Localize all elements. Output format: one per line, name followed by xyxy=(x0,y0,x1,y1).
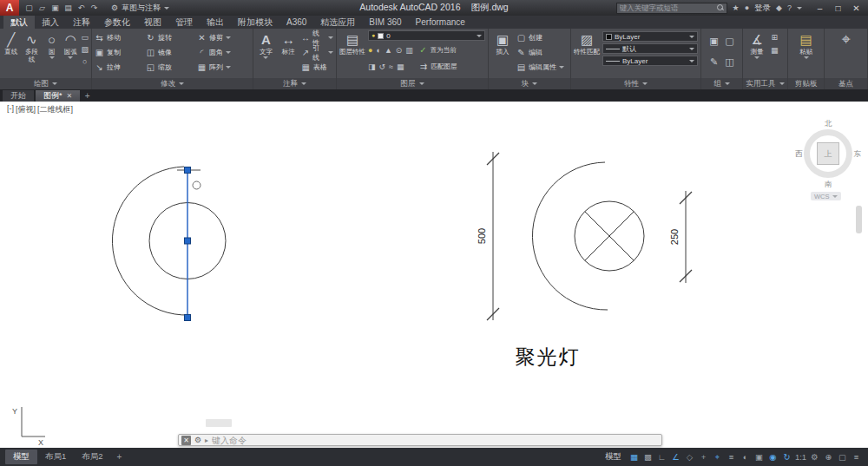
infocenter-search[interactable] xyxy=(616,3,727,14)
visual-style-control[interactable]: [二维线框] xyxy=(37,104,73,115)
linetype-dropdown[interactable]: ByLayer xyxy=(602,56,698,66)
layout-tab-model[interactable]: 模型 xyxy=(5,450,37,464)
drawing-area[interactable]: 500 250 聚光灯 Y X [-] [俯视] [二维线框] 北 西 上 xyxy=(0,102,868,448)
panel-label-draw[interactable]: 绘图 xyxy=(0,78,91,89)
close-icon[interactable]: ✕ xyxy=(181,436,191,445)
viewcube[interactable]: 北 西 上 东 南 WCS xyxy=(800,117,856,200)
dimension-text-500[interactable]: 500 xyxy=(477,228,487,244)
otrack-icon[interactable]: + xyxy=(697,450,710,464)
viewport-menu-control[interactable]: [-] xyxy=(7,104,14,115)
panel-label-annotation[interactable]: 注释 xyxy=(253,78,336,89)
undo-icon[interactable]: ↶ xyxy=(76,1,87,15)
layout-tab-layout2[interactable]: 布局2 xyxy=(74,450,110,464)
new-layout-button[interactable]: + xyxy=(114,452,126,462)
arc-tool[interactable]: ◠ 圆弧 xyxy=(62,30,79,78)
mirror-tool[interactable]: ◫镜像 xyxy=(146,45,197,60)
circle-tool[interactable]: ○ 圆 xyxy=(43,30,60,78)
search-icon[interactable] xyxy=(717,4,724,11)
viewcube-north[interactable]: 北 xyxy=(825,119,832,129)
panel-label-layers[interactable]: 图层 xyxy=(337,78,488,89)
sign-in-button[interactable]: 登录 xyxy=(754,3,771,14)
panel-label-block[interactable]: 块 xyxy=(489,78,570,89)
match-properties-tool[interactable]: ▨ 特性匹配 xyxy=(574,30,600,78)
leader-tool[interactable]: ↗引线 xyxy=(301,45,333,60)
grid-icon[interactable]: ▦ xyxy=(628,450,641,464)
tab-parametric[interactable]: 参数化 xyxy=(97,16,137,29)
measure-tool[interactable]: ∡ 测量 xyxy=(746,30,768,78)
table-tool[interactable]: ▦表格 xyxy=(301,60,333,75)
drawing-canvas[interactable]: 500 250 聚光灯 Y X xyxy=(0,102,868,448)
group-icon[interactable]: ▣ xyxy=(709,36,718,46)
tab-manage[interactable]: 管理 xyxy=(168,16,200,29)
tab-bim360[interactable]: BIM 360 xyxy=(362,16,408,29)
polyline-tool[interactable]: ∿ 多段线 xyxy=(22,30,41,78)
autoscale-icon[interactable]: ↻ xyxy=(780,450,793,464)
search-input[interactable] xyxy=(620,3,717,12)
tab-a360[interactable]: A360 xyxy=(279,16,313,29)
tab-insert[interactable]: 插入 xyxy=(35,16,66,29)
layer-previous-icon[interactable]: ≈ xyxy=(389,62,393,72)
panel-label-clipboard[interactable]: 剪贴板 xyxy=(788,78,824,89)
save-file-icon[interactable]: ▣ xyxy=(49,1,61,15)
app-menu-logo[interactable]: A xyxy=(0,0,19,16)
customize-wrench-icon[interactable]: ⚙ xyxy=(194,436,201,444)
layer-color-icon[interactable]: ⊙ xyxy=(396,45,403,56)
plot-icon[interactable]: ▤ xyxy=(62,1,74,15)
grip-bottom[interactable] xyxy=(185,315,191,321)
panel-label-properties[interactable]: 特性 xyxy=(571,78,700,89)
hatch-tool-icon[interactable]: ▨ xyxy=(81,44,89,55)
layout-tab-layout1[interactable]: 布局1 xyxy=(37,450,74,464)
minimize-button[interactable]: – xyxy=(811,1,829,16)
clean-screen-icon[interactable]: ▢ xyxy=(836,450,849,464)
panel-label-utilities[interactable]: 实用工具 xyxy=(743,78,787,89)
polar-icon[interactable]: ∠ xyxy=(669,450,682,464)
paste-tool[interactable]: ▤ 粘贴 xyxy=(794,30,819,78)
insert-block-tool[interactable]: ▣ 插入 xyxy=(491,30,514,78)
annotation-visibility-icon[interactable]: ◉ xyxy=(766,450,779,464)
snap-icon[interactable]: ▩ xyxy=(641,450,654,464)
command-line[interactable]: ✕ ⚙ ▸ xyxy=(178,434,662,446)
layer-lock-icon[interactable]: ▲ xyxy=(385,45,392,56)
edit-attributes-tool[interactable]: ▤编辑属性 xyxy=(516,60,564,75)
workspace-switcher[interactable]: ⚙ 草图与注释 xyxy=(107,3,174,14)
basepoint-tool[interactable]: ⌖ xyxy=(834,30,858,78)
dimension-tool[interactable]: ↔ 标注 xyxy=(279,30,299,78)
make-current-tool[interactable]: ✓ 置为当前 xyxy=(418,43,457,57)
workspace-icon[interactable]: ⚙ xyxy=(808,450,821,464)
grip-middle[interactable] xyxy=(185,238,191,244)
layer-properties-tool[interactable]: ▤ 图层特性 xyxy=(339,30,365,78)
ellipse-tool-icon[interactable]: ○ xyxy=(81,56,89,67)
file-tab-start[interactable]: 开始 xyxy=(3,90,34,102)
right-figure-arc[interactable] xyxy=(532,162,608,310)
wcs-menu[interactable]: WCS xyxy=(811,192,841,200)
customize-icon[interactable]: ≡ xyxy=(850,450,863,464)
dimension-text-250[interactable]: 250 xyxy=(669,229,680,245)
layer-on-icon[interactable]: ● xyxy=(368,45,372,56)
layer-dropdown[interactable]: ● 0 xyxy=(368,30,485,41)
help-chevron-icon[interactable] xyxy=(797,7,802,10)
osnap-icon[interactable]: ⌖ xyxy=(711,450,724,464)
tab-performance[interactable]: Performance xyxy=(409,16,472,29)
lineweight-dropdown[interactable]: 默认 xyxy=(602,43,698,54)
figure-caption[interactable]: 聚光灯 xyxy=(516,346,581,368)
quick-calc-icon[interactable]: ▦ xyxy=(771,45,779,56)
group-select-icon[interactable]: ◫ xyxy=(725,56,733,67)
group-edit-icon[interactable]: ✎ xyxy=(710,56,718,67)
tab-view[interactable]: 视图 xyxy=(137,16,168,29)
line-tool[interactable]: ╱ 直线 xyxy=(3,30,19,78)
scale-tool[interactable]: ◱缩放 xyxy=(146,60,197,75)
tab-home[interactable]: 默认 xyxy=(3,16,35,29)
object-color-dropdown[interactable]: ByLayer xyxy=(602,31,698,42)
new-file-icon[interactable]: ▢ xyxy=(23,1,35,15)
viewcube-east[interactable]: 东 xyxy=(854,149,862,160)
tab-output[interactable]: 输出 xyxy=(200,16,231,29)
transparency-icon[interactable]: ◐ xyxy=(739,450,752,464)
layer-state-icon[interactable]: ▥ xyxy=(405,45,413,56)
command-input[interactable] xyxy=(212,436,659,445)
grip-top[interactable] xyxy=(185,167,191,174)
move-tool[interactable]: ⇆移动 xyxy=(95,30,146,45)
panel-label-modify[interactable]: 修改 xyxy=(92,78,253,89)
layer-walk-icon[interactable]: ▦ xyxy=(397,62,404,72)
navigation-bar-handle[interactable] xyxy=(856,206,862,233)
maximize-button[interactable]: □ xyxy=(829,1,847,16)
